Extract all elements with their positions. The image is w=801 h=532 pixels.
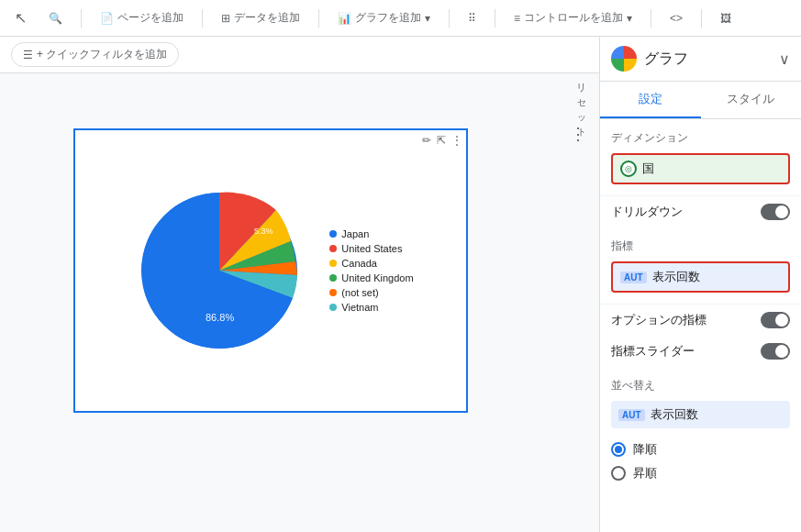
pie-wrapper: 86.8% 5.3% Japan United States	[128, 179, 413, 362]
canvas-body: リ セ ッ ト ⋮ ✏ ⇱ ⋮	[0, 73, 599, 532]
chart-container[interactable]: ✏ ⇱ ⋮	[73, 128, 468, 413]
legend-label-canada: Canada	[341, 258, 377, 269]
reset-label: リ	[576, 81, 586, 94]
legend-japan: Japan	[329, 228, 413, 239]
pie-chart-svg: 86.8% 5.3%	[128, 179, 311, 362]
metric-box[interactable]: AUT 表示回数	[611, 261, 790, 293]
add-control-btn[interactable]: ≡ コントロールを追加 ▾	[506, 6, 640, 29]
set-label: セ	[577, 96, 586, 109]
legend-label-japan: Japan	[341, 228, 369, 239]
sort-desc-radio[interactable]	[611, 442, 626, 457]
add-data-btn[interactable]: ⊞ データを追加	[214, 6, 307, 29]
control-dropdown-icon: ▾	[627, 12, 632, 25]
add-graph-icon: 📊	[338, 12, 351, 25]
link-icon[interactable]: ⇱	[437, 134, 446, 147]
drilldown-label: ドリルダウン	[611, 204, 683, 220]
legend-dot-notset	[329, 289, 337, 296]
sort-asc-label: 昇順	[633, 465, 657, 482]
sep3	[318, 9, 319, 28]
cursor-icon: ↖	[15, 9, 27, 27]
small-percentage: 5.3%	[254, 227, 273, 236]
edit-icon[interactable]: ✏	[422, 134, 431, 147]
image-btn[interactable]: 🖼	[713, 8, 739, 28]
cursor-tool[interactable]: ↖	[7, 6, 34, 30]
main-area: ☰ + クイックフィルタを追加 リ セ ッ ト ⋮ ✏ ⇱ ⋮	[0, 37, 599, 532]
legend-vietnam: Vietnam	[329, 302, 413, 313]
filter-bar: ☰ + クイックフィルタを追加	[0, 37, 599, 73]
sep2	[202, 9, 203, 28]
sort-section: 並べ替え AUT 表示回数 降順 昇順	[600, 367, 801, 496]
sep7	[701, 9, 702, 28]
add-page-icon: 📄	[100, 12, 114, 25]
zoom-icon: 🔍	[49, 12, 62, 25]
network-icon: ⠿	[468, 12, 476, 25]
sort-section-title: 並べ替え	[611, 378, 790, 393]
tab-settings[interactable]: 設定	[600, 82, 701, 118]
dimension-box[interactable]: ◎ 国	[611, 153, 790, 184]
sep5	[495, 9, 495, 28]
legend-label-notset: (not set)	[341, 287, 378, 298]
add-page-btn[interactable]: 📄 ページを追加	[93, 6, 191, 29]
sort-desc-label: 降順	[633, 441, 657, 458]
dimension-icon: ◎	[620, 161, 637, 177]
zoom-tool[interactable]: 🔍	[41, 8, 70, 28]
legend-label-us: United States	[341, 243, 402, 254]
metric-slider-toggle[interactable]	[761, 343, 790, 360]
legend-notset: (not set)	[329, 287, 413, 298]
sort-value: 表示回数	[651, 406, 698, 423]
dropdown-icon: ▾	[425, 12, 430, 25]
panel-logo	[611, 46, 637, 72]
drilldown-row: ドリルダウン	[600, 196, 801, 227]
toolbar: ↖ 🔍 📄 ページを追加 ⊞ データを追加 📊 グラフを追加 ▾ ⠿ ≡ コント…	[0, 0, 801, 37]
dimension-value: 国	[642, 161, 654, 177]
quick-filter-btn[interactable]: ☰ + クイックフィルタを追加	[11, 42, 179, 67]
legend-dot-uk	[329, 274, 337, 282]
legend-dot-vietnam	[329, 304, 337, 311]
content-area: ☰ + クイックフィルタを追加 リ セ ッ ト ⋮ ✏ ⇱ ⋮	[0, 37, 801, 532]
drilldown-toggle[interactable]	[761, 204, 790, 220]
metric-value: 表示回数	[652, 269, 700, 285]
panel-header: グラフ ∨	[600, 37, 801, 82]
sep4	[449, 9, 450, 28]
legend-dot-canada	[329, 260, 337, 267]
dimension-section-title: ディメンション	[611, 130, 790, 146]
sort-asc-row[interactable]: 昇順	[611, 461, 790, 485]
dimension-section: ディメンション ◎ 国	[600, 119, 801, 196]
network-btn[interactable]: ⠿	[461, 8, 484, 28]
optional-metric-toggle[interactable]	[761, 312, 790, 328]
sort-desc-row[interactable]: 降順	[611, 438, 790, 461]
chart-legend: Japan United States Canada	[329, 228, 413, 313]
add-control-icon: ≡	[514, 12, 520, 25]
metric-tag: AUT	[620, 272, 647, 283]
legend-uk: United Kingdom	[329, 272, 413, 283]
sort-asc-radio[interactable]	[611, 466, 626, 481]
sep6	[651, 9, 651, 28]
metric-slider-row: 指標スライダー	[600, 336, 801, 367]
legend-canada: Canada	[329, 258, 413, 269]
legend-label-uk: United Kingdom	[341, 272, 413, 283]
filter-icon: ☰	[23, 49, 33, 61]
image-icon: 🖼	[720, 12, 731, 25]
metric-section-title: 指標	[611, 238, 790, 254]
sep1	[81, 9, 82, 28]
sort-box[interactable]: AUT 表示回数	[611, 401, 790, 428]
metric-section: 指標 AUT 表示回数	[600, 227, 801, 305]
chart-edit-toolbar: ✏ ⇱ ⋮	[422, 134, 462, 147]
legend-dot-japan	[329, 230, 337, 238]
metric-slider-label: 指標スライダー	[611, 343, 695, 360]
panel-title: グラフ	[644, 50, 772, 69]
main-percentage: 86.8%	[206, 312, 234, 323]
add-graph-btn[interactable]: 📊 グラフを追加 ▾	[330, 6, 438, 29]
sort-tag: AUT	[618, 409, 645, 421]
legend-dot-us	[329, 245, 337, 252]
optional-metric-label: オプションの指標	[611, 312, 706, 328]
code-btn[interactable]: <>	[662, 8, 690, 28]
code-icon: <>	[670, 12, 683, 25]
right-panel: グラフ ∨ 設定 スタイル ディメンション ◎ 国 ドリルダウン	[599, 37, 801, 532]
three-dots-menu[interactable]: ⋮	[570, 124, 586, 144]
optional-metric-row: オプションの指標	[600, 305, 801, 336]
tab-style[interactable]: スタイル	[701, 82, 802, 118]
panel-chevron-icon[interactable]: ∨	[779, 50, 790, 68]
chart-menu-icon[interactable]: ⋮	[451, 134, 462, 147]
panel-tabs: 設定 スタイル	[600, 82, 801, 119]
